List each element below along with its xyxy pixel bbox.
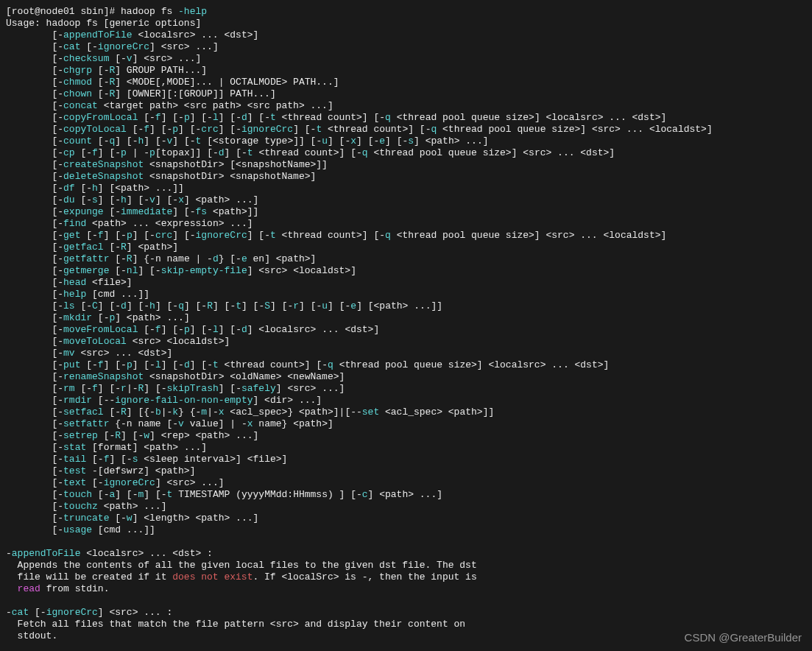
watermark: CSDN @GreaterBuilder bbox=[685, 632, 802, 644]
terminal-output[interactable]: [root@node01 sbin]# hadoop fs -help Usag… bbox=[6, 6, 806, 642]
